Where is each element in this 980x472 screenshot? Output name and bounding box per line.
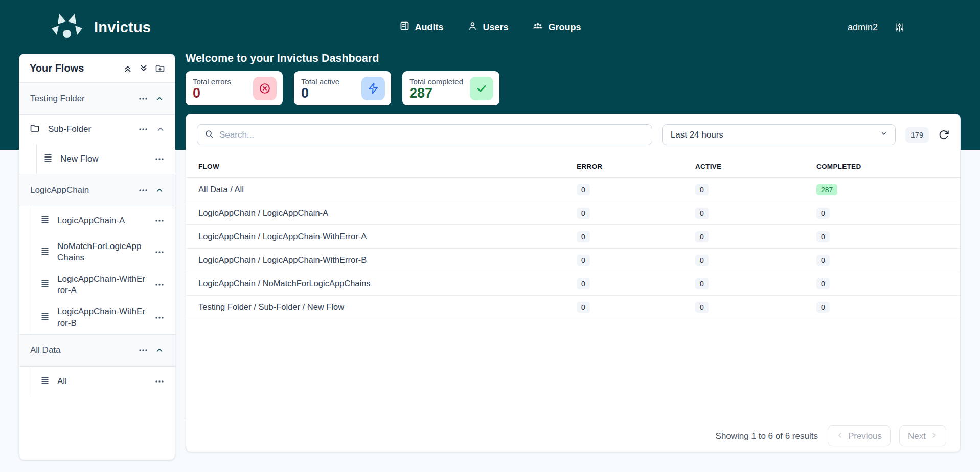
section-label: LogicAppChain [30, 185, 131, 195]
flow-menu-icon[interactable] [154, 280, 165, 290]
table-row[interactable]: LogicAppChain / LogicAppChain-WithError-… [186, 225, 960, 249]
chevron-up-icon[interactable] [155, 186, 164, 194]
column-header-error: ERROR [577, 163, 695, 170]
active-badge: 0 [695, 302, 709, 313]
error-cell: 0 [577, 278, 695, 289]
completed-cell: 0 [816, 231, 948, 242]
flow-menu-icon[interactable] [154, 376, 165, 387]
column-header-active: ACTIVE [695, 163, 816, 170]
audit-log-icon [399, 20, 409, 34]
user-cluster: admin2 [848, 0, 905, 54]
nav-item-audits[interactable]: Audits [399, 20, 443, 34]
flow-list: All [29, 367, 175, 396]
completed-badge: 0 [816, 231, 830, 242]
chevron-right-icon [930, 431, 938, 441]
active-badge: 0 [695, 184, 709, 195]
pagination-footer: Showing 1 to 6 of 6 results Previous Nex… [186, 420, 960, 452]
completed-badge: 0 [816, 208, 830, 219]
sidebar-section-testing-folder[interactable]: Testing Folder [19, 82, 175, 115]
next-label: Next [908, 431, 926, 441]
top-header: Invictus Audits Users [0, 0, 980, 54]
active-cell: 0 [695, 278, 816, 289]
chevron-down-icon [880, 129, 888, 140]
table-header-row: FLOW ERROR ACTIVE COMPLETED [186, 155, 960, 178]
add-folder-icon[interactable] [155, 63, 165, 74]
page-title: Welcome to your Invictus Dashboard [186, 52, 379, 65]
column-header-flow: FLOW [198, 163, 577, 170]
flow-label: All [57, 376, 147, 387]
nav-label-users: Users [483, 22, 508, 33]
expand-all-icon[interactable] [139, 64, 148, 73]
sidebar-folder-sub-folder[interactable]: Sub-Folder [19, 115, 175, 144]
user-icon [467, 20, 477, 34]
table-row[interactable]: Testing Folder / Sub-Folder / New Flow 0… [186, 296, 960, 319]
next-button[interactable]: Next [899, 425, 946, 446]
table-row[interactable]: LogicAppChain / LogicAppChain-WithError-… [186, 249, 960, 272]
error-badge: 0 [577, 231, 590, 242]
folder-label: Sub-Folder [48, 124, 130, 135]
completed-cell: 0 [816, 208, 948, 219]
chevron-left-icon [836, 431, 844, 441]
section-menu-icon[interactable] [138, 185, 148, 195]
active-badge: 0 [695, 278, 709, 289]
search-input[interactable] [219, 130, 645, 140]
table-row[interactable]: LogicAppChain / LogicAppChain-A 0 0 0 [186, 201, 960, 225]
sidebar-title: Your Flows [30, 62, 117, 74]
section-menu-icon[interactable] [138, 94, 148, 104]
username[interactable]: admin2 [848, 22, 878, 33]
flow-list: LogicAppChain-A NoMatchForLogicAppChains… [29, 206, 175, 334]
flow-icon [40, 279, 50, 291]
nav-label-audits: Audits [415, 22, 443, 33]
active-cell: 0 [695, 231, 816, 242]
section-label: Testing Folder [30, 94, 131, 104]
table-row[interactable]: All Data / All 0 0 287 [186, 178, 960, 201]
time-range-value: Last 24 hours [671, 130, 880, 140]
flow-name-cell: LogicAppChain / LogicAppChain-WithError-… [198, 255, 577, 265]
chevron-up-icon[interactable] [156, 125, 165, 133]
completed-cell: 287 [816, 184, 948, 195]
flow-label: New Flow [60, 153, 147, 165]
flow-list: New Flow [36, 144, 175, 174]
table-row[interactable]: LogicAppChain / NoMatchForLogicAppChains… [186, 272, 960, 296]
section-menu-icon[interactable] [138, 345, 148, 355]
previous-button[interactable]: Previous [828, 425, 891, 446]
collapse-all-icon[interactable] [123, 64, 132, 73]
sidebar-flow-logicappchain-witherror-a[interactable]: LogicAppChain-WithError-A [29, 268, 175, 301]
refresh-icon[interactable] [938, 129, 949, 141]
sidebar-flow-new-flow[interactable]: New Flow [37, 144, 175, 174]
chevron-up-icon[interactable] [155, 95, 164, 103]
error-cell: 0 [577, 231, 695, 242]
main-nav: Audits Users Gro [399, 0, 581, 54]
flow-icon [40, 246, 50, 258]
folder-menu-icon[interactable] [138, 124, 148, 134]
group-icon [532, 20, 543, 34]
filter-row: Last 24 hours 179 [186, 114, 960, 155]
nav-item-groups[interactable]: Groups [532, 20, 581, 34]
sidebar-flow-logicappchain-a[interactable]: LogicAppChain-A [29, 206, 175, 236]
invictus-logo-icon [50, 13, 84, 41]
time-range-select[interactable]: Last 24 hours [662, 124, 896, 145]
sidebar-flow-nomatchforlogicappchains[interactable]: NoMatchForLogicAppChains [29, 236, 175, 268]
section-label: All Data [30, 345, 131, 355]
flow-icon [40, 215, 50, 227]
sliders-icon[interactable] [894, 22, 905, 33]
flow-menu-icon[interactable] [154, 247, 165, 257]
error-badge: 0 [577, 278, 590, 289]
flow-menu-icon[interactable] [154, 216, 165, 226]
sidebar-section-logicappchain[interactable]: LogicAppChain [19, 174, 175, 206]
results-summary: Showing 1 to 6 of 6 results [716, 431, 818, 441]
sidebar-section-all-data[interactable]: All Data [19, 334, 175, 367]
flow-menu-icon[interactable] [154, 154, 165, 164]
sidebar-flow-logicappchain-witherror-b[interactable]: LogicAppChain-WithError-B [29, 301, 175, 334]
stats-row: Total errors 0 Total active 0 Total comp… [186, 71, 499, 105]
flow-menu-icon[interactable] [154, 312, 165, 323]
nav-item-users[interactable]: Users [467, 20, 508, 34]
brand[interactable]: Invictus [50, 0, 151, 54]
active-badge: 0 [695, 208, 709, 219]
chevron-up-icon[interactable] [155, 346, 164, 354]
flow-name-cell: All Data / All [198, 185, 577, 194]
sidebar-title-row: Your Flows [19, 54, 175, 82]
error-cell: 0 [577, 302, 695, 313]
flow-name-cell: LogicAppChain / LogicAppChain-A [198, 208, 577, 218]
sidebar-flow-all[interactable]: All [29, 367, 175, 396]
